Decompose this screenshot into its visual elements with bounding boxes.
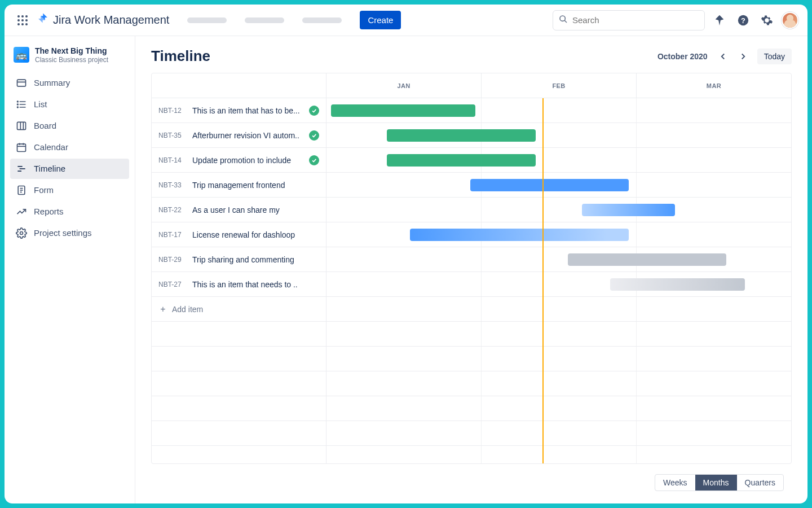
timeline-bar[interactable] [410,229,628,241]
app-switcher-icon[interactable] [14,11,32,29]
sidebar-item-label: Calendar [34,142,68,152]
svg-point-3 [17,19,20,21]
next-button[interactable] [735,48,752,65]
add-item-button[interactable]: +Add item [152,297,326,321]
done-icon [309,106,319,116]
svg-rect-21 [17,122,26,129]
sidebar-item-form[interactable]: Form [10,180,129,200]
brand-logo[interactable]: Jira Work Management [37,12,169,28]
main-content: Timeline October 2020 Today JANFEBMAR [135,36,807,503]
timeline-bar[interactable] [568,253,726,266]
sidebar-item-label: Summary [34,78,70,87]
sidebar-item-calendar[interactable]: Calendar [10,137,129,157]
month-header: MAR [637,73,791,98]
svg-point-1 [21,15,24,17]
timeline-bar[interactable] [387,154,536,167]
plus-icon: + [158,304,167,314]
nav-placeholder [302,17,342,23]
issue-summary: This is an item that needs to .. [192,280,319,289]
svg-point-2 [25,15,28,17]
empty-row [152,421,791,446]
svg-point-35 [20,231,23,234]
issue-key: NBT-29 [158,256,188,264]
svg-rect-24 [17,144,26,151]
timeline-row[interactable]: NBT-17License renewal for dashloop [152,222,791,247]
zoom-quarters[interactable]: Quarters [737,475,783,491]
sidebar-item-label: Form [34,185,54,195]
add-item-row: +Add item [152,297,791,322]
issue-summary: License renewal for dashloop [192,230,319,239]
issue-key: NBT-14 [158,156,188,164]
issue-key: NBT-22 [158,206,188,214]
issue-summary: Trip sharing and commenting [192,255,319,264]
issue-key: NBT-33 [158,181,188,189]
empty-row [152,322,791,347]
issue-key: NBT-27 [158,281,188,288]
issue-summary: This is an item that has to be... [192,106,304,115]
timeline-row[interactable]: NBT-12This is an item that has to be... [152,98,791,123]
issue-key: NBT-12 [158,107,188,115]
issue-summary: Afterburner revision VI autom.. [192,131,304,140]
done-icon [309,130,319,141]
sidebar-item-label: Project settings [34,228,92,238]
timeline-bar[interactable] [610,278,745,291]
sidebar-item-label: Timeline [34,164,65,173]
empty-row [152,396,791,421]
sidebar-item-label: Board [34,121,56,130]
svg-point-20 [17,107,19,108]
search-icon [559,15,568,26]
zoom-months[interactable]: Months [695,475,737,491]
timeline-bar[interactable] [582,204,675,216]
issue-key: NBT-17 [158,231,188,239]
timeline-bar[interactable] [387,129,536,142]
timeline-row[interactable]: NBT-29Trip sharing and commenting [152,247,791,272]
sidebar-item-summary[interactable]: Summary [10,73,129,93]
notifications-icon[interactable] [710,11,729,29]
issue-summary: Update promotion to include [192,156,304,165]
project-name: The Next Big Thing [35,46,108,56]
svg-point-0 [17,15,20,17]
sidebar: 🚌 The Next Big Thing Classic Business pr… [5,36,135,503]
today-button[interactable]: Today [757,49,792,64]
settings-icon[interactable] [758,11,776,29]
svg-point-18 [17,101,19,102]
timeline-row[interactable]: NBT-35Afterburner revision VI autom.. [152,123,791,148]
issue-summary: As a user I can share my [192,205,319,214]
zoom-toggle: Weeks Months Quarters [655,474,784,491]
help-icon[interactable]: ? [734,11,752,29]
date-label: October 2020 [657,52,708,61]
timeline-row[interactable]: NBT-22As a user I can share my [152,198,791,222]
zoom-weeks[interactable]: Weeks [655,475,695,491]
nav-placeholder [245,17,284,23]
timeline-bar[interactable] [470,179,628,191]
search-input[interactable] [553,10,705,30]
sidebar-item-label: List [34,99,47,109]
svg-point-8 [25,23,28,25]
issue-summary: Trip management frontend [192,181,319,190]
empty-row [152,446,791,463]
project-header[interactable]: 🚌 The Next Big Thing Classic Business pr… [10,46,129,73]
sidebar-item-timeline[interactable]: Timeline [10,159,129,179]
sidebar-item-project-settings[interactable]: Project settings [10,223,129,243]
timeline-row[interactable]: NBT-33Trip management frontend [152,173,791,198]
empty-row [152,371,791,396]
prev-button[interactable] [714,48,731,65]
svg-rect-13 [17,80,26,86]
timeline-row[interactable]: NBT-27This is an item that needs to .. [152,272,791,297]
avatar[interactable] [782,12,798,29]
svg-point-6 [17,23,20,25]
page-title: Timeline [151,47,210,65]
create-button[interactable]: Create [360,11,401,29]
svg-point-9 [560,16,565,21]
svg-point-5 [25,19,28,21]
add-item-label: Add item [172,305,203,314]
empty-row [152,347,791,371]
sidebar-item-board[interactable]: Board [10,116,129,136]
svg-line-10 [564,20,567,23]
sidebar-item-reports[interactable]: Reports [10,202,129,222]
sidebar-item-label: Reports [34,207,64,216]
timeline-bar[interactable] [331,104,475,117]
sidebar-item-list[interactable]: List [10,94,129,115]
month-header: JAN [326,73,482,98]
timeline-row[interactable]: NBT-14Update promotion to include [152,148,791,173]
